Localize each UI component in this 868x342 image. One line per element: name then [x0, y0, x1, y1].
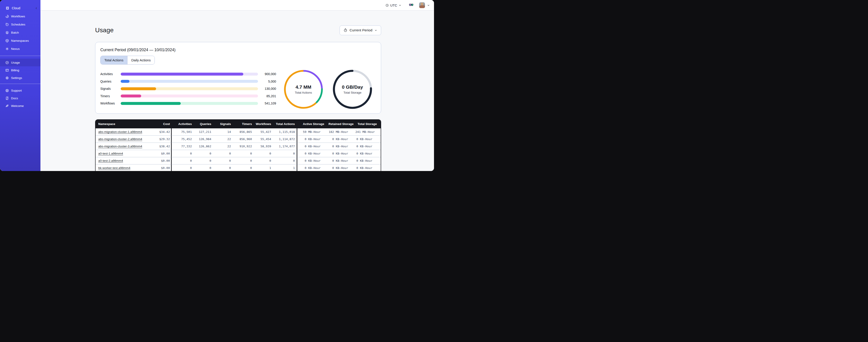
sidebar-item-label: Billing	[11, 69, 19, 72]
table-cell: $38.42	[154, 143, 172, 150]
namespace-link[interactable]: a0-test-2.a98mm4	[98, 159, 123, 163]
sidebar-item-nexus[interactable]: Nexus	[0, 45, 40, 53]
usage-icon	[5, 61, 9, 65]
bar-value: 85,201	[258, 94, 276, 98]
table-cell: 0 KB-Hour	[355, 165, 381, 171]
table-cell: 0	[273, 150, 297, 157]
temporal-logo-icon	[5, 6, 10, 10]
collapse-sidebar-icon[interactable]	[35, 7, 38, 10]
tab-daily-actions[interactable]: Daily Actions	[127, 56, 155, 64]
column-header-active-storage: Active Storage	[297, 119, 326, 128]
bar-row-workflows: Workflows541,109	[100, 100, 276, 107]
sidebar-item-welcome[interactable]: Welcome	[0, 102, 40, 110]
namespace-cell: a0-test-1.a98mm4	[96, 150, 154, 157]
sidebar-item-label: Batch	[11, 31, 19, 34]
namespace-link[interactable]: abs-migration-cluster-1.a98mm4	[98, 130, 142, 134]
table-cell: 241 MB-Hour	[355, 128, 381, 136]
timezone-label: UTC	[390, 3, 397, 7]
sidebar-item-label: Settings	[11, 76, 22, 80]
sidebar-brand[interactable]: Cloud	[0, 5, 40, 11]
bar-row-queries: Queries5,000	[100, 78, 276, 85]
timezone-selector[interactable]: UTC	[385, 3, 401, 7]
clock-icon	[385, 4, 389, 7]
table-row: abs-migration-cluster-3.a98mm4$38.4277,3…	[96, 143, 381, 150]
support-icon	[5, 89, 9, 93]
bar-track	[121, 102, 258, 105]
bar-label: Activities	[100, 72, 121, 76]
chevron-down-icon	[374, 29, 377, 32]
bar-label: Workflows	[100, 102, 121, 105]
column-header-queries: Queries	[194, 119, 213, 128]
sidebar-item-namespaces[interactable]: Namespaces	[0, 37, 40, 45]
page-title: Usage	[95, 27, 114, 34]
table-cell: $29.32	[154, 136, 172, 143]
table-cell: 0	[172, 165, 194, 171]
period-selector-label: Current Period	[349, 28, 372, 32]
namespace-link[interactable]: abs-migration-cluster-3.a98mm4	[98, 145, 142, 148]
period-selector-button[interactable]: Current Period	[340, 26, 381, 35]
table-cell: 0	[194, 157, 213, 165]
namespace-link[interactable]: bk-worker-test.a98mm4	[98, 166, 130, 170]
column-header-retained-storage: Retained Storage	[326, 119, 355, 128]
labs-glasses-icon[interactable]	[409, 3, 414, 7]
bar-track	[121, 95, 258, 98]
tab-total-actions[interactable]: Total Actions	[100, 56, 127, 64]
table-cell: 58,939	[254, 143, 273, 150]
column-header-activities: Activities	[172, 119, 194, 128]
table-cell: 0	[194, 165, 213, 171]
topbar: UTC	[40, 0, 434, 10]
table-cell: 1,115,018	[273, 128, 297, 136]
table-cell: 75,452	[172, 136, 194, 143]
table-row: abs-migration-cluster-2.a98mm4$29.3275,4…	[96, 136, 381, 143]
sidebar-item-label: Welcome	[11, 104, 24, 108]
sidebar-item-support[interactable]: Support	[0, 87, 40, 94]
table-cell: 0 KB-Hour	[297, 143, 326, 150]
sidebar-item-workflows[interactable]: Workflows	[0, 12, 40, 20]
namespace-usage-table: NamespaceCostActivitiesQueriesSignalsTim…	[95, 119, 381, 171]
table-cell: $0.00	[154, 165, 172, 171]
table-row: abs-migration-cluster-1.a98mm4$34.4275,5…	[96, 128, 381, 136]
total-storage-label: Total Storage	[343, 91, 362, 94]
table-cell: 0	[254, 157, 273, 165]
user-menu-chevron-icon[interactable]	[427, 4, 430, 7]
namespaces-icon	[5, 39, 9, 43]
table-cell: 55,454	[254, 136, 273, 143]
avatar[interactable]	[419, 2, 425, 8]
table-cell: 0 KB-Hour	[297, 136, 326, 143]
table-cell: 0 KB-Hour	[297, 165, 326, 171]
sidebar-item-label: Namespaces	[11, 39, 29, 42]
table-cell: 1	[254, 165, 273, 171]
namespace-link[interactable]: a0-test-1.a98mm4	[98, 152, 123, 155]
namespace-link[interactable]: abs-migration-cluster-2.a98mm4	[98, 137, 142, 141]
column-header-cost: Cost	[154, 119, 172, 128]
sidebar-item-settings[interactable]: Settings	[0, 74, 40, 82]
sidebar-item-docs[interactable]: Docs	[0, 94, 40, 102]
table-cell: 0 KB-Hour	[297, 157, 326, 165]
table-cell: 0 KB-Hour	[326, 157, 355, 165]
sidebar-item-billing[interactable]: Billing	[0, 66, 40, 74]
card-title: Current Period (09/01/2024 — 10/01/2024)	[100, 47, 376, 52]
table-cell: 910,922	[233, 143, 254, 150]
bar-label: Timers	[100, 94, 121, 98]
table-cell: 0	[233, 150, 254, 157]
table-row: a0-test-2.a98mm4$0.000000000 KB-Hour0 KB…	[96, 157, 381, 165]
total-actions-donut: 4.7 MM Total Actions	[283, 69, 324, 110]
table-header-row: NamespaceCostActivitiesQueriesSignalsTim…	[96, 119, 381, 128]
table-cell: 0	[213, 157, 233, 165]
sidebar-item-schedules[interactable]: Schedules	[0, 20, 40, 28]
table-cell: 0	[233, 157, 254, 165]
bar-fill	[121, 102, 181, 105]
sidebar-item-batch[interactable]: Batch	[0, 28, 40, 37]
table-cell: 0 KB-Hour	[326, 143, 355, 150]
table-cell: 856,865	[233, 128, 254, 136]
table-cell: 22	[213, 136, 233, 143]
batch-icon	[5, 31, 9, 35]
bar-track	[121, 87, 258, 90]
bar-value: 130,000	[258, 87, 276, 91]
table-cell: 0 KB-Hour	[326, 150, 355, 157]
brand-label: Cloud	[12, 6, 34, 10]
bar-track	[121, 73, 258, 76]
column-header-namespace: Namespace	[96, 119, 154, 128]
table-cell: 0 KB-Hour	[355, 150, 381, 157]
sidebar-item-usage[interactable]: Usage	[0, 59, 40, 66]
